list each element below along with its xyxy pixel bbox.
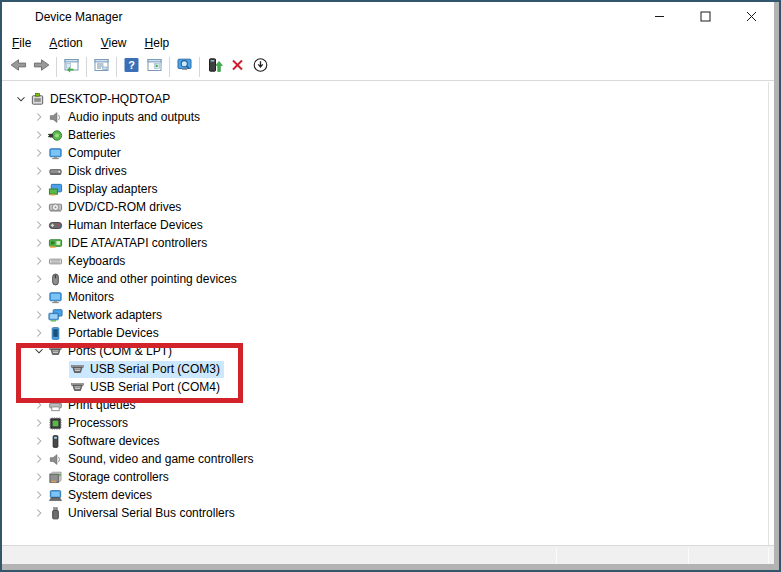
menu-view[interactable]: View: [92, 34, 136, 52]
window-frame: [774, 2, 779, 570]
tree-item-universal-serial-bus-controllers[interactable]: Universal Serial Bus controllers: [2, 504, 768, 522]
gamepad-icon: [48, 218, 63, 233]
tree-item-disk-drives[interactable]: Disk drives: [2, 162, 768, 180]
serial-port-icon: [70, 362, 85, 377]
update-driver-button[interactable]: [203, 55, 226, 79]
tree-item-batteries[interactable]: Batteries: [2, 126, 768, 144]
toolbar-separator: [56, 57, 57, 77]
toolbar-separator: [86, 57, 87, 77]
scan-for-hardware-changes-button[interactable]: [173, 55, 196, 79]
statusbar-separator: [688, 548, 689, 564]
chevron-right-icon[interactable]: [30, 415, 47, 431]
chevron-right-icon[interactable]: [30, 181, 47, 197]
chevron-down-icon[interactable]: [12, 91, 29, 107]
back-icon: [10, 57, 27, 76]
forward-button[interactable]: [30, 55, 53, 79]
tree-item-print-queues[interactable]: Print queues: [2, 396, 768, 414]
toolbar-separator: [199, 57, 200, 77]
printer-icon: [48, 398, 63, 413]
battery-icon: [48, 128, 63, 143]
statusbar-separator: [556, 548, 557, 564]
help-button[interactable]: ?: [120, 55, 143, 79]
system-device-icon: [48, 488, 63, 503]
show-hide-console-tree-button[interactable]: [60, 55, 83, 79]
chevron-right-icon[interactable]: [30, 253, 47, 269]
tree-item-human-interface-devices[interactable]: Human Interface Devices: [2, 216, 768, 234]
menu-help[interactable]: Help: [136, 34, 179, 52]
tree-item-desktop-hqdtoap[interactable]: DESKTOP-HQDTOAP: [2, 90, 768, 108]
back-button[interactable]: [7, 55, 30, 79]
chevron-right-icon[interactable]: [30, 235, 47, 251]
speaker-icon: [48, 452, 63, 467]
tree-item-computer[interactable]: Computer: [2, 144, 768, 162]
menu-action[interactable]: Action: [40, 34, 91, 52]
toolbar-separator: [169, 57, 170, 77]
tree-item-ports-com-lpt[interactable]: Ports (COM & LPT): [2, 342, 768, 360]
tree-item-portable-devices[interactable]: Portable Devices: [2, 324, 768, 342]
disk-icon: [48, 164, 63, 179]
chevron-right-icon[interactable]: [30, 325, 47, 341]
close-icon: [746, 10, 757, 25]
tree-item-monitors[interactable]: Monitors: [2, 288, 768, 306]
tree-item-usb-serial-port-com3[interactable]: USB Serial Port (COM3): [2, 360, 768, 378]
menu-file[interactable]: File: [3, 34, 40, 52]
tree-item-usb-serial-port-com4[interactable]: USB Serial Port (COM4): [2, 378, 768, 396]
chevron-right-icon[interactable]: [30, 487, 47, 503]
tree-item-keyboards[interactable]: Keyboards: [2, 252, 768, 270]
tree-item-dvd-cd-rom-drives[interactable]: DVD/CD-ROM drives: [2, 198, 768, 216]
toolbar: ?: [2, 53, 774, 81]
device-manager-window: Device Manager File Action View Help ? D…: [0, 0, 781, 572]
chevron-right-icon[interactable]: [30, 397, 47, 413]
device-tree: DESKTOP-HQDTOAP Audio inputs and outputs…: [2, 82, 769, 545]
chevron-right-icon[interactable]: [30, 163, 47, 179]
chevron-right-icon[interactable]: [30, 145, 47, 161]
properties-button[interactable]: [90, 55, 113, 79]
chevron-right-icon[interactable]: [30, 433, 47, 449]
chevron-right-icon[interactable]: [30, 505, 47, 521]
show-hide-action-pane-button[interactable]: [143, 55, 166, 79]
computer-icon: [30, 92, 45, 107]
window-controls: [636, 2, 774, 32]
chevron-placeholder: [52, 361, 69, 377]
uninstall-device-button[interactable]: [226, 55, 249, 79]
speaker-icon: [48, 110, 63, 125]
serial-port-icon: [48, 344, 63, 359]
device-manager-icon: [11, 9, 27, 25]
serial-port-icon: [70, 380, 85, 395]
tree-item-software-devices[interactable]: Software devices: [2, 432, 768, 450]
tree-item-storage-controllers[interactable]: Storage controllers: [2, 468, 768, 486]
chevron-down-icon[interactable]: [30, 343, 47, 359]
console-tree-icon: [63, 57, 80, 76]
tree-item-audio-inputs-and-outputs[interactable]: Audio inputs and outputs: [2, 108, 768, 126]
chevron-right-icon[interactable]: [30, 289, 47, 305]
tree-item-ide-ata-atapi-controllers[interactable]: IDE ATA/ATAPI controllers: [2, 234, 768, 252]
processor-icon: [48, 416, 63, 431]
properties-icon: [93, 57, 110, 76]
forward-icon: [33, 57, 50, 76]
tree-item-system-devices[interactable]: System devices: [2, 486, 768, 504]
close-button[interactable]: [728, 2, 774, 32]
update-driver-icon: [206, 57, 223, 76]
disable-icon: [252, 57, 269, 76]
tree-item-display-adapters[interactable]: Display adapters: [2, 180, 768, 198]
svg-text:?: ?: [128, 59, 135, 71]
monitor-icon: [48, 146, 63, 161]
chevron-right-icon[interactable]: [30, 271, 47, 287]
chevron-right-icon[interactable]: [30, 217, 47, 233]
tree-item-network-adapters[interactable]: Network adapters: [2, 306, 768, 324]
chevron-right-icon[interactable]: [30, 109, 47, 125]
software-device-icon: [48, 434, 63, 449]
tree-item-sound-video-and-game-controllers[interactable]: Sound, video and game controllers: [2, 450, 768, 468]
window-frame: [2, 564, 779, 570]
tree-item-mice-and-other-pointing-devices[interactable]: Mice and other pointing devices: [2, 270, 768, 288]
chevron-right-icon[interactable]: [30, 127, 47, 143]
chevron-right-icon[interactable]: [30, 307, 47, 323]
storage-icon: [48, 470, 63, 485]
maximize-button[interactable]: [682, 2, 728, 32]
disable-device-button[interactable]: [249, 55, 272, 79]
chevron-right-icon[interactable]: [30, 451, 47, 467]
chevron-right-icon[interactable]: [30, 199, 47, 215]
chevron-right-icon[interactable]: [30, 469, 47, 485]
tree-item-processors[interactable]: Processors: [2, 414, 768, 432]
minimize-button[interactable]: [636, 2, 682, 32]
